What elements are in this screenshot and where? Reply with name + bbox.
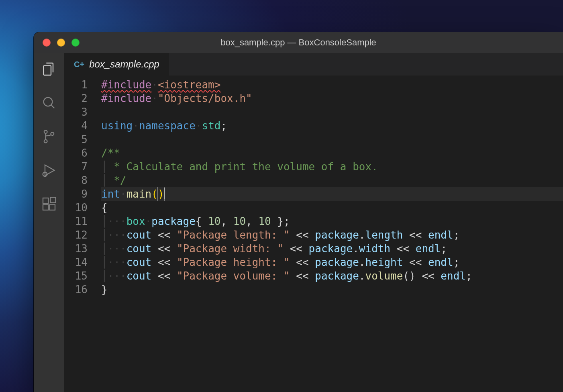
line-number[interactable]: 8: [64, 174, 88, 187]
code-line[interactable]: /**: [101, 146, 563, 160]
svg-point-3: [51, 133, 54, 136]
code-line[interactable]: [101, 133, 563, 146]
close-button[interactable]: [43, 39, 51, 47]
line-number[interactable]: 14: [64, 255, 88, 269]
svg-rect-8: [50, 197, 55, 202]
window-body: C+ box_sample.cpp 1 2 3 4 5 6 7 8 9: [34, 53, 563, 392]
code-line[interactable]: [101, 105, 563, 119]
zoom-button[interactable]: [71, 39, 80, 47]
code-line[interactable]: │···box·package{ 10, 10, 10 };: [101, 214, 563, 228]
line-number[interactable]: 16: [64, 283, 88, 296]
code-line[interactable]: │···cout << "Package width: " << package…: [101, 242, 563, 255]
desktop-background: box_sample.cpp — BoxConsoleSample: [0, 0, 563, 392]
cpp-file-icon: C+: [74, 60, 84, 69]
code-line-active[interactable]: int·main(): [101, 187, 563, 201]
line-number[interactable]: 2: [64, 92, 88, 105]
svg-point-0: [44, 98, 53, 106]
tab-bar[interactable]: C+ box_sample.cpp: [64, 53, 563, 76]
line-number[interactable]: 1: [64, 78, 88, 92]
code-lines[interactable]: #include·<iostream> #include·"Objects/bo…: [101, 78, 563, 392]
explorer-icon[interactable]: [40, 60, 58, 78]
line-number[interactable]: 12: [64, 228, 88, 242]
code-line[interactable]: │···cout << "Package volume: " << packag…: [101, 269, 563, 283]
minimize-button[interactable]: [57, 39, 65, 47]
title-bar[interactable]: box_sample.cpp — BoxConsoleSample: [34, 32, 563, 53]
svg-rect-6: [43, 205, 48, 210]
line-number[interactable]: 3: [64, 105, 88, 119]
line-number-gutter: 1 2 3 4 5 6 7 8 9 10 11 12 13 14: [64, 78, 88, 392]
tab-filename: box_sample.cpp: [89, 59, 159, 70]
code-line[interactable]: │ */: [101, 174, 563, 187]
line-number[interactable]: 13: [64, 242, 88, 255]
line-number[interactable]: 10: [64, 201, 88, 214]
line-number[interactable]: 7: [64, 160, 88, 174]
code-line[interactable]: #include·"Objects/box.h": [101, 92, 563, 105]
line-number[interactable]: 11: [64, 214, 88, 228]
svg-rect-5: [43, 198, 48, 203]
line-number[interactable]: 9: [64, 187, 88, 201]
tab-box-sample[interactable]: C+ box_sample.cpp: [64, 53, 169, 76]
gutter-margin: [88, 78, 101, 392]
line-number[interactable]: 15: [64, 269, 88, 283]
line-number[interactable]: 5: [64, 133, 88, 146]
search-icon[interactable]: [40, 94, 58, 112]
vscode-window: box_sample.cpp — BoxConsoleSample: [34, 32, 563, 392]
source-control-icon[interactable]: [40, 128, 58, 145]
text-cursor: [164, 188, 165, 199]
svg-point-1: [44, 131, 47, 134]
code-line[interactable]: │···cout << "Package height: " << packag…: [101, 255, 563, 269]
code-line[interactable]: {: [101, 201, 563, 214]
code-line[interactable]: #include·<iostream>: [101, 78, 563, 92]
code-line[interactable]: │···cout << "Package length: " << packag…: [101, 228, 563, 242]
svg-rect-7: [50, 205, 55, 210]
window-title: box_sample.cpp — BoxConsoleSample: [34, 37, 563, 48]
extensions-icon[interactable]: [40, 195, 58, 213]
editor-group: C+ box_sample.cpp 1 2 3 4 5 6 7 8 9: [64, 53, 563, 392]
code-line[interactable]: │ * Calculate and print the volume of a …: [101, 160, 563, 174]
svg-point-2: [44, 140, 47, 143]
code-line[interactable]: using·namespace·std;: [101, 119, 563, 133]
code-line[interactable]: }: [101, 283, 563, 296]
run-debug-icon[interactable]: [40, 161, 58, 179]
traffic-lights: [43, 39, 80, 47]
line-number[interactable]: 6: [64, 146, 88, 160]
code-editor[interactable]: 1 2 3 4 5 6 7 8 9 10 11 12 13 14: [64, 76, 563, 392]
line-number[interactable]: 4: [64, 119, 88, 133]
activity-bar: [34, 53, 64, 392]
